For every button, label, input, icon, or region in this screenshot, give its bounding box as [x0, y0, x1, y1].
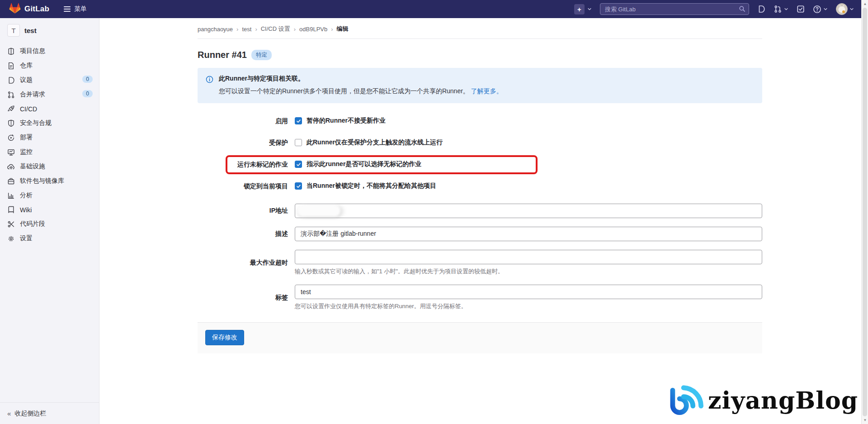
run-untagged-checkbox-label: 指示此runner是否可以选择无标记的作业	[307, 160, 421, 168]
breadcrumb: pangchaoyue test CI/CD 设置 odB9LPVb 编辑	[198, 18, 762, 33]
max-timeout-help: 输入秒数或其它可读的输入，如"1 小时"。此超时优先于为项目设置的较低超时。	[295, 267, 762, 276]
main-content: pangchaoyue test CI/CD 设置 odB9LPVb 编辑 Ru…	[99, 18, 861, 353]
issues-icon	[7, 76, 15, 84]
gitlab-home-link[interactable]: GitLab	[9, 3, 49, 16]
sidebar-item-issues[interactable]: 议题 0	[0, 73, 99, 87]
page-title: Runner #41	[198, 50, 247, 60]
breadcrumb-separator	[236, 26, 238, 33]
sidebar-item-infrastructure[interactable]: 基础设施	[0, 159, 99, 174]
package-icon	[7, 177, 15, 185]
sidebar-item-wiki[interactable]: Wiki	[0, 203, 99, 217]
save-button[interactable]: 保存修改	[205, 330, 244, 345]
menu-dropdown-button[interactable]: 菜单	[61, 3, 90, 15]
new-item-dropdown[interactable]: +	[574, 4, 592, 14]
form-row-description: 描述	[198, 227, 762, 241]
chevron-down-icon	[784, 7, 788, 11]
description-input[interactable]	[295, 227, 762, 241]
active-checkbox-row[interactable]: 暂停的Runner不接受新作业	[295, 117, 762, 125]
breadcrumb-project[interactable]: test	[242, 26, 251, 33]
locked-label: 锁定到当前项目	[198, 182, 288, 191]
run-untagged-label: 运行未标记的作业	[198, 160, 288, 169]
form-row-run-untagged: 运行未标记的作业 指示此runner是否可以选择无标记的作业	[198, 160, 762, 169]
book-icon	[7, 206, 15, 214]
sidebar-item-project-information[interactable]: 项目信息	[0, 44, 99, 58]
form-row-max-timeout: 最大作业超时 输入秒数或其它可读的输入，如"1 小时"。此超时优先于为项目设置的…	[198, 250, 762, 276]
alert-title: 此Runner与特定项目相关联。	[219, 75, 503, 83]
form-row-protected: 受保护 此Runner仅在受保护分支上触发的流水线上运行	[198, 138, 762, 147]
protected-checkbox[interactable]	[295, 139, 302, 146]
max-timeout-input[interactable]	[295, 250, 762, 264]
run-untagged-checkbox[interactable]	[295, 161, 302, 168]
info-icon	[206, 76, 213, 95]
ip-address-input[interactable]	[295, 204, 762, 218]
deploy-icon	[7, 134, 15, 142]
scrollbar-down-arrow[interactable]: ▼	[862, 417, 868, 424]
tags-help: 您可以设置作业仅使用具有特定标签的Runner。用逗号分隔标签。	[295, 302, 762, 310]
sidebar-item-deployments[interactable]: 部署	[0, 130, 99, 145]
breadcrumb-separator	[255, 26, 257, 33]
issues-nav-button[interactable]	[757, 5, 765, 13]
sidebar-item-packages-registries[interactable]: 软件包与镜像库	[0, 174, 99, 188]
project-avatar: T	[7, 24, 20, 37]
locked-checkbox[interactable]	[295, 182, 302, 190]
menu-label: 菜单	[74, 5, 87, 13]
scrollbar-thumb[interactable]	[863, 8, 867, 416]
search-input[interactable]	[600, 3, 749, 15]
browser-scrollbar[interactable]: ▲ ▼	[861, 0, 868, 424]
chevron-down-icon	[823, 7, 828, 11]
max-timeout-label: 最大作业超时	[198, 259, 288, 267]
search-icon	[739, 5, 745, 14]
rocket-icon	[7, 105, 15, 113]
description-label: 描述	[198, 230, 288, 238]
sidebar-item-security-compliance[interactable]: 安全与合规	[0, 116, 99, 130]
watermark-text: ziyangBlog	[708, 386, 858, 414]
locked-checkbox-row[interactable]: 当Runner被锁定时，不能将其分配给其他项目	[295, 182, 762, 190]
protected-checkbox-row[interactable]: 此Runner仅在受保护分支上触发的流水线上运行	[295, 138, 762, 147]
sidebar-project-link[interactable]: T test	[0, 18, 99, 42]
protected-label: 受保护	[198, 138, 288, 147]
scrollbar-up-arrow[interactable]: ▲	[862, 0, 868, 7]
project-icon	[7, 48, 15, 55]
sidebar-item-repository[interactable]: 仓库	[0, 58, 99, 73]
shield-icon	[7, 119, 15, 127]
form-row-locked: 锁定到当前项目 当Runner被锁定时，不能将其分配给其他项目	[198, 182, 762, 191]
todo-check-icon	[797, 5, 805, 13]
tags-input[interactable]	[295, 285, 762, 299]
help-dropdown[interactable]	[813, 5, 828, 14]
user-avatar	[836, 3, 848, 15]
project-sidebar: T test 项目信息 仓库 议题 0 合并请求 0 CI/CD 安全与合规	[0, 18, 99, 424]
project-name: test	[24, 27, 37, 34]
form-row-tags: 标签 您可以设置作业仅使用具有特定标签的Runner。用逗号分隔标签。	[198, 285, 762, 310]
info-alert: 此Runner与特定项目相关联。 您可以设置一个特定的Runner供多个项目使用…	[198, 68, 762, 103]
sidebar-item-merge-requests[interactable]: 合并请求 0	[0, 87, 99, 102]
alert-body-text: 您可以设置一个特定的Runner供多个项目使用，但是您不能让它成为一个共享的Ru…	[219, 87, 469, 95]
double-chevron-left-icon: «	[7, 410, 10, 417]
sidebar-item-monitor[interactable]: 监控	[0, 145, 99, 159]
breadcrumb-cicd-settings[interactable]: CI/CD 设置	[261, 25, 290, 33]
breadcrumb-group[interactable]: pangchaoyue	[198, 26, 233, 33]
sidebar-item-settings[interactable]: 设置	[0, 231, 99, 246]
merge-requests-dropdown[interactable]	[774, 5, 788, 13]
sidebar-item-snippets[interactable]: 代码片段	[0, 217, 99, 231]
sidebar-item-ci-cd[interactable]: CI/CD	[0, 102, 99, 116]
active-checkbox-label: 暂停的Runner不接受新作业	[307, 117, 386, 125]
todos-nav-button[interactable]	[797, 5, 805, 13]
breadcrumb-runner-token[interactable]: odB9LPVb	[299, 26, 327, 33]
run-untagged-checkbox-row[interactable]: 指示此runner是否可以选择无标记的作业	[295, 160, 762, 168]
brand-wordmark: GitLab	[24, 5, 49, 14]
learn-more-link[interactable]: 了解更多。	[471, 87, 503, 95]
active-checkbox[interactable]	[295, 117, 302, 124]
breadcrumb-separator	[331, 26, 333, 33]
merge-request-icon	[7, 91, 15, 99]
merge-request-icon	[774, 5, 782, 13]
locked-checkbox-label: 当Runner被锁定时，不能将其分配给其他项目	[307, 182, 436, 190]
sidebar-item-analytics[interactable]: 分析	[0, 188, 99, 203]
gear-icon	[7, 235, 15, 243]
user-menu-dropdown[interactable]	[836, 3, 854, 15]
collapse-sidebar-button[interactable]: « 收起侧边栏	[0, 402, 99, 424]
chevron-down-icon	[849, 7, 854, 11]
cloud-gear-icon	[7, 163, 15, 171]
ziyangblog-logo-icon	[665, 380, 703, 420]
repository-icon	[7, 62, 15, 70]
chevron-down-icon	[587, 7, 592, 11]
